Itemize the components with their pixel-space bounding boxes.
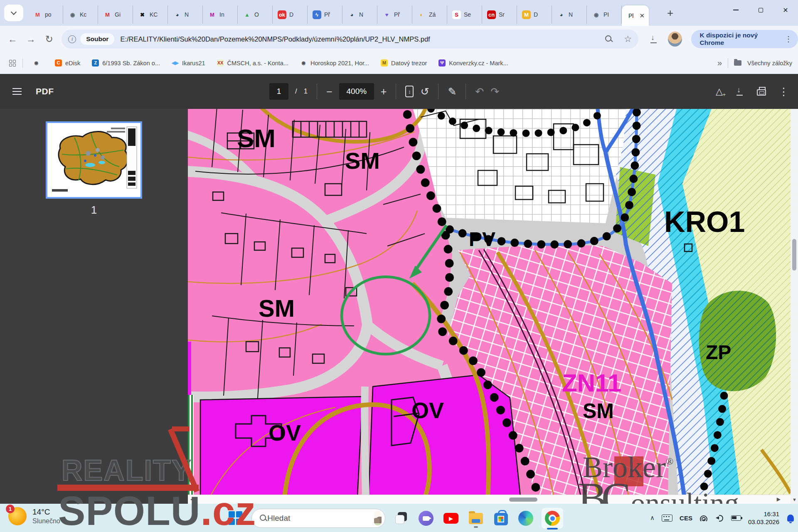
page-thumbnail[interactable] bbox=[46, 121, 142, 199]
apps-grid-icon[interactable] bbox=[9, 60, 16, 66]
zoom-level-input[interactable]: 400% bbox=[339, 83, 374, 100]
browser-tab[interactable]: ✖ KC bbox=[133, 5, 168, 24]
chat-button[interactable] bbox=[417, 509, 435, 528]
browser-tab[interactable]: ◕ N bbox=[552, 5, 587, 24]
downloads-icon[interactable] bbox=[649, 34, 658, 44]
url-text: E:/REALITY/Klienti/Suk%20Dan/Pozemek%20N… bbox=[120, 35, 605, 43]
zoom-out-button[interactable]: − bbox=[326, 86, 332, 98]
scroll-right-icon[interactable]: ▶ bbox=[777, 496, 781, 502]
download-pdf-icon[interactable] bbox=[735, 87, 744, 96]
zoom-in-button[interactable]: + bbox=[381, 86, 387, 98]
youtube-button[interactable]: ▶ bbox=[442, 509, 460, 528]
bookmark-item[interactable]: M Datový trezor bbox=[377, 57, 431, 69]
reload-button[interactable]: ↻ bbox=[40, 34, 58, 45]
back-button[interactable]: ← bbox=[3, 34, 22, 45]
bookmark-star-icon[interactable]: ☆ bbox=[624, 34, 632, 44]
bookmark-item[interactable]: ◉ Horoskop 2021, Hor... bbox=[296, 57, 373, 69]
notification-bell-icon[interactable] bbox=[787, 515, 794, 522]
keyboard-icon[interactable] bbox=[662, 515, 672, 522]
pdf-canvas[interactable]: SMSMSMPVKRO1ZN11SMZPOVOV bbox=[188, 109, 791, 495]
search-highlight-image[interactable] bbox=[374, 511, 382, 525]
browser-tab[interactable]: M Gi bbox=[98, 5, 133, 24]
store-button[interactable] bbox=[492, 509, 510, 528]
browser-tab[interactable]: ◐ Zá bbox=[412, 5, 447, 24]
redo-icon[interactable]: ↷ bbox=[490, 86, 499, 98]
folder-icon bbox=[734, 60, 741, 66]
wifi-icon[interactable] bbox=[699, 515, 709, 521]
fit-page-icon[interactable]: ↕ bbox=[405, 86, 414, 97]
browser-tab[interactable]: ϟ Př bbox=[308, 5, 342, 24]
page-info-icon[interactable]: i bbox=[68, 35, 76, 43]
system-tray: ∧ CES 16:31 03.03.2026 bbox=[650, 504, 794, 532]
edge-icon bbox=[518, 511, 533, 526]
file-explorer-button[interactable] bbox=[467, 509, 485, 528]
browser-tab[interactable]: M In bbox=[203, 5, 238, 24]
browser-tab[interactable]: ok D bbox=[273, 5, 308, 24]
profile-avatar[interactable] bbox=[668, 32, 682, 47]
maximize-button[interactable] bbox=[748, 0, 773, 20]
youtube-icon: ▶ bbox=[443, 513, 458, 524]
chrome-button[interactable] bbox=[542, 508, 563, 529]
thumbnail-sidebar: 1 bbox=[0, 109, 188, 504]
divider bbox=[728, 58, 728, 68]
sun-icon: 1 bbox=[8, 507, 27, 525]
language-indicator[interactable]: CES bbox=[680, 515, 692, 522]
store-icon bbox=[494, 513, 508, 525]
chrome-icon bbox=[545, 511, 560, 526]
volume-icon[interactable] bbox=[716, 515, 724, 521]
page-number-input[interactable]: 1 bbox=[269, 83, 288, 100]
browser-tab[interactable]: ▲ O bbox=[238, 5, 273, 24]
more-options-icon[interactable]: ⋮ bbox=[778, 86, 789, 98]
tab-search-button[interactable] bbox=[4, 5, 23, 21]
browser-tab[interactable]: ◉ PI bbox=[587, 5, 622, 24]
clock[interactable]: 16:31 03.03.2026 bbox=[748, 510, 779, 526]
horizontal-scroll-thumb[interactable] bbox=[509, 498, 537, 502]
browser-tab[interactable]: S Se bbox=[447, 5, 482, 24]
browser-tab[interactable]: M D bbox=[517, 5, 552, 24]
bookmark-item[interactable]: XX ČMSCH, a.s. - Konta... bbox=[213, 57, 293, 69]
bookmark-item[interactable]: ◉ bbox=[29, 57, 47, 69]
close-window-button[interactable]: ✕ bbox=[773, 0, 798, 20]
vertical-scrollbar[interactable]: ▼ bbox=[791, 109, 798, 504]
scroll-down-icon[interactable]: ▼ bbox=[792, 497, 797, 502]
minimize-button[interactable] bbox=[723, 0, 748, 20]
browser-tab[interactable]: ◕ N bbox=[168, 5, 203, 24]
bookmark-item[interactable]: ◀▶ Ikarus21 bbox=[167, 57, 209, 69]
annotate-pen-icon[interactable]: ✎ bbox=[448, 86, 456, 98]
chrome-update-button[interactable]: K dispozici je nový Chrome ⋮ bbox=[691, 30, 798, 48]
print-icon[interactable] bbox=[757, 89, 766, 96]
save-to-drive-icon[interactable]: △ bbox=[716, 86, 723, 97]
bookmark-item[interactable]: Ψ Konverzky.cz - Mark... bbox=[434, 57, 512, 69]
undo-icon[interactable]: ↶ bbox=[475, 86, 484, 98]
bookmark-favicon-icon: Ψ bbox=[438, 59, 446, 66]
browser-menu-icon[interactable]: ⋮ bbox=[785, 34, 792, 44]
vertical-scroll-thumb[interactable] bbox=[792, 239, 796, 271]
bookmark-item[interactable]: Z 6/1993 Sb. Zákon o... bbox=[88, 57, 164, 69]
menu-icon[interactable] bbox=[12, 88, 22, 89]
taskbar-search[interactable] bbox=[251, 509, 385, 528]
edge-button[interactable] bbox=[517, 509, 535, 528]
rotate-icon[interactable]: ↺ bbox=[420, 86, 429, 98]
battery-icon[interactable] bbox=[731, 515, 741, 521]
new-tab-button[interactable]: + bbox=[667, 7, 673, 19]
all-bookmarks-label[interactable]: Všechny záložky bbox=[747, 60, 792, 66]
active-tab[interactable]: Pl ✕ bbox=[622, 5, 649, 26]
browser-tab[interactable]: ♥ Př bbox=[377, 5, 412, 24]
bookmark-item[interactable]: C eDisk bbox=[51, 57, 84, 69]
zoom-page-icon[interactable] bbox=[605, 35, 613, 43]
bookmark-items: ◉ C eDisk Z 6/1993 Sb. Zákon o... ◀▶ Ika… bbox=[29, 57, 512, 69]
browser-tab[interactable]: ◕ N bbox=[342, 5, 377, 24]
task-view-button[interactable] bbox=[392, 509, 410, 528]
browser-tab[interactable]: cn Sr bbox=[482, 5, 517, 24]
browser-tab[interactable]: ◉ Kc bbox=[63, 5, 98, 24]
weather-widget[interactable]: 1 14°C Slunečno bbox=[8, 507, 60, 525]
address-bar[interactable]: i Soubor E:/REALITY/Klienti/Suk%20Dan/Po… bbox=[62, 30, 638, 49]
browser-tab[interactable]: M po bbox=[28, 5, 63, 24]
search-input[interactable] bbox=[267, 514, 369, 523]
close-tab-icon[interactable]: ✕ bbox=[639, 12, 645, 20]
bookmarks-overflow-icon[interactable]: » bbox=[717, 58, 722, 68]
forward-button[interactable]: → bbox=[22, 34, 40, 45]
tray-chevron-icon[interactable]: ∧ bbox=[650, 514, 655, 522]
tab-favicon-icon: ◕ bbox=[347, 10, 356, 19]
tab-favicon-icon: M bbox=[208, 10, 217, 19]
